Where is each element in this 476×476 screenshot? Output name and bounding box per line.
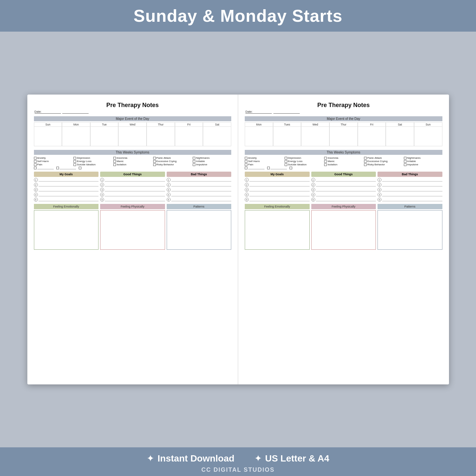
left-good-4: 4 [100, 193, 165, 197]
right-day-mon: Mon [245, 122, 273, 126]
right-symptom-insomnia: Insomnia [324, 156, 363, 159]
right-good-header: Good Things [311, 172, 376, 177]
right-day-fri: Fri [358, 122, 386, 126]
right-symptom-isolation: Isolation [324, 163, 363, 166]
right-box-wed[interactable] [301, 126, 329, 146]
right-day-tues: Tues [273, 122, 301, 126]
right-box-thur[interactable] [329, 126, 358, 146]
right-cb-panic[interactable] [364, 157, 367, 159]
left-symptoms-grid: Anxiety Depression Insomnia Panic Attack… [34, 156, 232, 166]
right-bad-4: 4 [378, 193, 442, 197]
left-box-tue[interactable] [90, 126, 119, 146]
left-feeling-emotional-label: Feeling Emotionally [34, 204, 99, 209]
left-symptom-depression: Depression [73, 156, 112, 159]
left-cb-suicideideation[interactable] [73, 163, 76, 166]
left-symptom-riskybehavior: Risky Behavior [153, 163, 192, 166]
left-cb-anxiety[interactable] [34, 157, 37, 159]
left-cb-manic[interactable] [113, 160, 116, 163]
left-cb-nightmares[interactable] [193, 157, 195, 159]
left-box-fri[interactable] [175, 126, 203, 146]
right-patterns-box[interactable] [378, 210, 442, 250]
left-cb-blank1[interactable] [34, 167, 37, 169]
left-bad-5: 5 [167, 198, 232, 202]
right-box-fri[interactable] [358, 126, 386, 146]
right-cb-blank1[interactable] [245, 167, 247, 169]
right-date-field[interactable] [273, 110, 300, 114]
right-cb-pain[interactable] [245, 163, 247, 166]
right-cb-impulsive[interactable] [404, 163, 406, 166]
left-goal-5: 5 [34, 198, 99, 202]
left-cb-impulsive[interactable] [193, 163, 195, 166]
right-three-cols: My Goals 1 2 3 4 5 Good Things 1 2 3 [245, 172, 442, 202]
left-cb-pain[interactable] [34, 163, 37, 166]
left-cb-selfharm[interactable] [34, 160, 37, 163]
left-bad-1: 1 [167, 178, 232, 182]
right-cb-riskybehavior[interactable] [364, 163, 367, 166]
right-symptom-impulsive: Impulsive [404, 163, 442, 166]
left-box-thur[interactable] [147, 126, 175, 146]
left-bad-3: 3 [167, 188, 232, 192]
right-bad-col: Bad Things 1 2 3 4 5 [378, 172, 442, 202]
left-good-2: 2 [100, 183, 165, 187]
left-patterns-label: Patterns [167, 204, 232, 209]
right-symptoms-section: This Weeks Symptoms Anxiety Depression I… [245, 149, 442, 169]
right-goals-header: My Goals [245, 172, 310, 177]
right-feeling-physical-box[interactable] [311, 210, 376, 250]
left-symptom-irritable: Irritable [193, 160, 231, 163]
right-symptoms-row4 [245, 167, 442, 169]
left-feeling-emotional-box[interactable] [34, 210, 99, 250]
right-cb-irritable[interactable] [404, 160, 406, 163]
right-symptom-panic: Panic Attack [364, 156, 403, 159]
left-cb-depression[interactable] [73, 157, 76, 159]
left-cb-excessivecrying[interactable] [153, 160, 156, 163]
right-box-sat[interactable] [386, 126, 414, 146]
left-feeling-section: Feeling Emotionally Feeling Physically P… [34, 204, 232, 250]
right-cb-blank2[interactable] [267, 167, 270, 169]
left-cb-riskybehavior[interactable] [153, 163, 156, 166]
left-feeling-physical-box[interactable] [100, 210, 165, 250]
right-feeling-emotional-box[interactable] [245, 210, 310, 250]
left-bad-list: 1 2 3 4 5 [167, 178, 232, 202]
right-cb-suicideideation[interactable] [285, 163, 287, 166]
right-cb-selfharm[interactable] [245, 160, 247, 163]
bottom-main-line: ✦ Instant Download ✦ US Letter & A4 [0, 453, 476, 464]
right-goal-5: 5 [245, 198, 310, 202]
left-major-event-label: Major Event of the Day [34, 116, 232, 121]
right-cb-excessivecrying[interactable] [364, 160, 367, 163]
left-cb-blank2[interactable] [56, 167, 59, 169]
right-cb-manic[interactable] [324, 160, 327, 163]
right-symptom-riskybehavior: Risky Behavior [364, 163, 403, 166]
left-cb-isolation[interactable] [113, 163, 116, 166]
right-cb-anxiety[interactable] [245, 157, 247, 159]
right-box-mon[interactable] [245, 126, 273, 146]
left-cb-energyloss[interactable] [73, 160, 76, 163]
right-day-wed: Wed [301, 122, 329, 126]
left-feeling-emotional-col: Feeling Emotionally [34, 204, 99, 250]
right-good-list: 1 2 3 4 5 [311, 178, 376, 202]
left-cb-panic[interactable] [153, 157, 156, 159]
left-cb-blank3[interactable] [79, 167, 81, 169]
left-patterns-box[interactable] [167, 210, 232, 250]
left-cb-irritable[interactable] [193, 160, 195, 163]
left-blank3 [79, 167, 81, 169]
left-goals-list: 1 2 3 4 5 [34, 178, 99, 202]
right-goals-list: 1 2 3 4 5 [245, 178, 310, 202]
right-cb-insomnia[interactable] [324, 157, 327, 159]
right-cb-energyloss[interactable] [285, 160, 287, 163]
left-box-mon[interactable] [62, 126, 90, 146]
left-box-sun[interactable] [34, 126, 62, 146]
right-bad-2: 2 [378, 183, 442, 187]
right-cb-blank3[interactable] [290, 167, 292, 169]
right-box-sun[interactable] [414, 126, 442, 146]
right-cb-nightmares[interactable] [404, 157, 406, 159]
left-symptom-isolation: Isolation [113, 163, 152, 166]
right-cb-depression[interactable] [285, 157, 287, 159]
left-box-sat[interactable] [203, 126, 231, 146]
right-box-tues[interactable] [273, 126, 301, 146]
right-day-sat: Sat [386, 122, 414, 126]
left-date-field[interactable] [62, 110, 89, 114]
left-cb-insomnia[interactable] [113, 157, 116, 159]
left-box-wed[interactable] [118, 126, 147, 146]
left-date-line: Date: [34, 110, 232, 114]
right-cb-isolation[interactable] [324, 163, 327, 166]
